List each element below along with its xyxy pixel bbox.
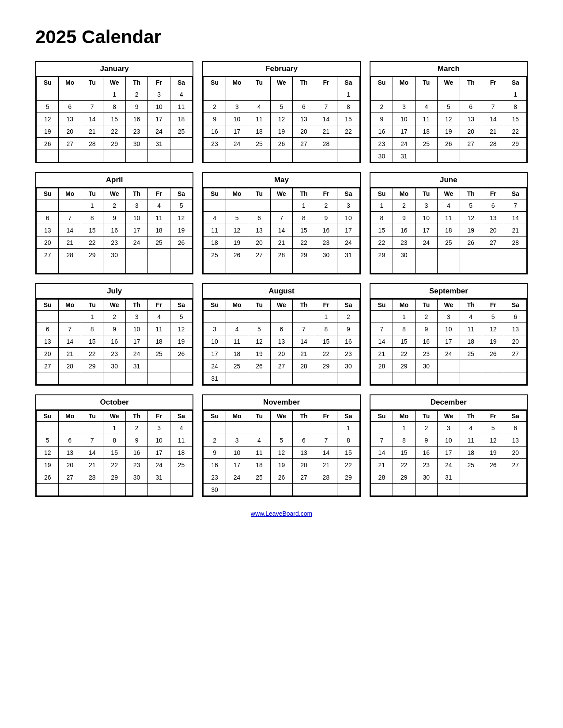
- calendar-cell: 27: [460, 138, 482, 150]
- calendar-cell: [482, 88, 504, 101]
- table-row: 1: [370, 88, 526, 101]
- calendar-cell: 22: [81, 236, 103, 249]
- calendar-cell: 11: [170, 101, 193, 113]
- calendar-cell: [337, 150, 360, 162]
- calendar-cell: 23: [103, 348, 125, 360]
- table-row: 12345: [37, 311, 193, 323]
- calendar-cell: 24: [226, 471, 248, 484]
- day-header-tu: Tu: [248, 300, 270, 311]
- calendar-cell: 27: [37, 360, 59, 372]
- calendar-cell: 7: [315, 101, 337, 113]
- calendar-cell: 19: [270, 459, 292, 471]
- calendar-cell: 19: [482, 447, 504, 459]
- day-header-su: Su: [370, 77, 393, 88]
- calendar-cell: [504, 372, 527, 385]
- calendar-cell: [315, 88, 337, 101]
- calendar-cell: 22: [504, 125, 527, 138]
- calendar-cell: [248, 261, 270, 274]
- calendar-cell: [270, 422, 292, 434]
- day-header-tu: Tu: [415, 77, 437, 88]
- calendar-cell: 6: [37, 323, 59, 335]
- calendar-cell: 17: [393, 125, 415, 138]
- calendar-cell: [81, 261, 103, 274]
- calendar-cell: 6: [293, 101, 315, 113]
- calendar-cell: 15: [103, 447, 125, 459]
- day-header-su: Su: [370, 300, 393, 311]
- calendar-cell: 17: [438, 447, 460, 459]
- calendar-cell: 30: [103, 249, 125, 261]
- calendar-cell: 24: [438, 459, 460, 471]
- table-row: 45678910: [204, 212, 359, 224]
- calendar-cell: 22: [81, 348, 103, 360]
- month-title-june: June: [370, 173, 527, 188]
- calendar-cell: [315, 150, 337, 162]
- calendar-cell: [438, 150, 460, 162]
- month-table-april: SuMoTuWeThFrSa12345678910111213141516171…: [36, 188, 193, 274]
- calendar-cell: 24: [204, 360, 226, 372]
- calendar-cell: 23: [415, 459, 437, 471]
- calendar-cell: [438, 261, 460, 274]
- table-row: 27282930: [37, 249, 193, 261]
- table-row: 2728293031: [37, 360, 193, 372]
- calendar-cell: 30: [370, 150, 393, 162]
- day-header-mo: Mo: [393, 77, 415, 88]
- calendar-cell: 2: [204, 101, 226, 113]
- calendar-cell: 27: [270, 360, 292, 372]
- month-title-february: February: [203, 62, 359, 77]
- footer-link[interactable]: www.LeaveBoard.com: [35, 510, 528, 517]
- day-header-th: Th: [460, 77, 482, 88]
- calendar-cell: [125, 249, 147, 261]
- calendar-cell: 10: [204, 335, 226, 348]
- calendar-cell: [460, 249, 482, 261]
- calendar-cell: 12: [460, 212, 482, 224]
- calendar-cell: 14: [315, 447, 337, 459]
- day-header-we: We: [438, 411, 460, 422]
- calendar-cell: [170, 372, 193, 385]
- month-title-may: May: [203, 173, 359, 188]
- calendar-cell: 24: [226, 138, 248, 150]
- calendar-cell: 14: [370, 447, 393, 459]
- calendar-cell: 9: [393, 212, 415, 224]
- calendar-cell: 17: [148, 447, 170, 459]
- day-header-tu: Tu: [81, 77, 103, 88]
- day-header-tu: Tu: [81, 188, 103, 199]
- month-title-august: August: [203, 284, 359, 299]
- calendar-cell: 19: [438, 125, 460, 138]
- calendar-cell: 23: [315, 236, 337, 249]
- calendar-cell: 1: [315, 311, 337, 323]
- calendar-cell: 24: [125, 348, 147, 360]
- calendar-cell: 22: [293, 236, 315, 249]
- day-header-sa: Sa: [337, 188, 360, 199]
- calendar-grid: JanuarySuMoTuWeThFrSa1234567891011121314…: [35, 61, 528, 497]
- calendar-cell: 25: [148, 236, 170, 249]
- calendar-cell: 2: [370, 101, 393, 113]
- calendar-cell: [59, 199, 81, 212]
- calendar-cell: 25: [438, 236, 460, 249]
- calendar-cell: 4: [148, 311, 170, 323]
- calendar-cell: 1: [293, 199, 315, 212]
- day-header-fr: Fr: [482, 77, 504, 88]
- calendar-cell: [248, 311, 270, 323]
- calendar-cell: 16: [415, 335, 437, 348]
- calendar-cell: 23: [125, 459, 147, 471]
- table-row: 1234: [37, 422, 193, 434]
- calendar-cell: 5: [170, 311, 193, 323]
- calendar-cell: [170, 484, 193, 496]
- calendar-cell: 11: [415, 113, 437, 125]
- calendar-cell: 1: [81, 311, 103, 323]
- calendar-cell: 18: [204, 236, 226, 249]
- calendar-cell: 3: [438, 311, 460, 323]
- month-april: AprilSuMoTuWeThFrSa123456789101112131415…: [35, 172, 193, 274]
- calendar-cell: 9: [204, 113, 226, 125]
- calendar-cell: 7: [504, 199, 527, 212]
- calendar-cell: 14: [315, 113, 337, 125]
- day-header-th: Th: [293, 300, 315, 311]
- calendar-cell: 11: [248, 113, 270, 125]
- calendar-cell: 16: [393, 224, 415, 236]
- calendar-cell: [482, 261, 504, 274]
- calendar-cell: 16: [415, 447, 437, 459]
- calendar-cell: [226, 150, 248, 162]
- calendar-cell: 3: [148, 422, 170, 434]
- calendar-cell: [270, 372, 292, 385]
- calendar-cell: 31: [337, 249, 360, 261]
